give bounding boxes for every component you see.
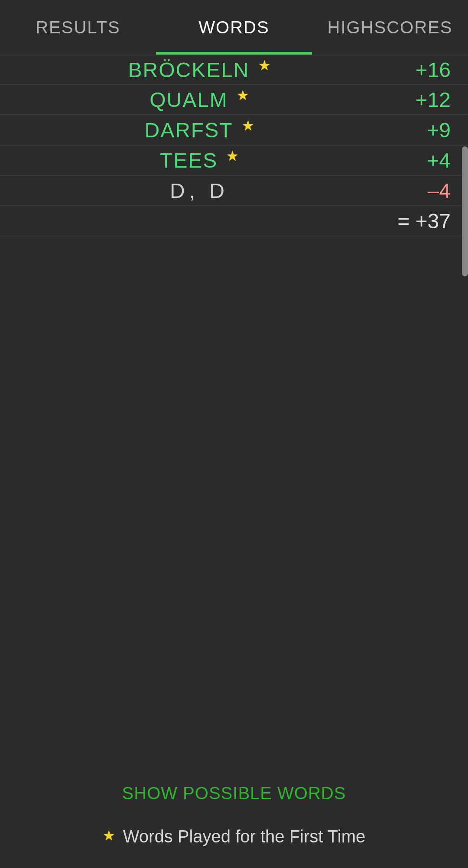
star-icon: ★	[103, 827, 115, 844]
legend: ★ Words Played for the First Time	[103, 827, 365, 846]
word-row[interactable]: DARFST ★ +9	[0, 115, 468, 146]
total-score: = +37	[397, 209, 451, 233]
word-score: +12	[399, 88, 451, 112]
legend-text: Words Played for the First Time	[123, 827, 365, 846]
show-possible-label: SHOW POSSIBLE WORDS	[122, 784, 346, 803]
word-list: BRÖCKELN ★ +16 QUALM ★ +12 DARFST ★ +9 T…	[0, 55, 468, 236]
tab-highscores[interactable]: HIGHSCORES	[312, 0, 468, 55]
word-row[interactable]: TEES ★ +4	[0, 146, 468, 176]
scrollbar-thumb[interactable]	[462, 146, 468, 276]
tab-results[interactable]: RESULTS	[0, 0, 156, 55]
word-row[interactable]: D, D –4	[0, 176, 468, 206]
star-icon: ★	[237, 87, 249, 104]
word-score: +16	[399, 58, 451, 82]
word-cell: BRÖCKELN ★	[0, 58, 399, 82]
tab-label: WORDS	[198, 18, 269, 37]
word-cell: QUALM ★	[0, 88, 399, 112]
total-row: = +37	[0, 206, 468, 236]
word-score: +4	[399, 149, 451, 172]
word-text: D, D	[170, 179, 229, 203]
tab-bar: RESULTS WORDS HIGHSCORES	[0, 0, 468, 55]
word-cell: D, D	[0, 179, 399, 203]
bottom-area: SHOW POSSIBLE WORDS ★ Words Played for t…	[0, 784, 468, 868]
tab-words[interactable]: WORDS	[156, 0, 312, 55]
word-cell: TEES ★	[0, 149, 399, 172]
tab-label: HIGHSCORES	[328, 18, 453, 37]
word-score: –4	[399, 179, 451, 203]
tab-label: RESULTS	[36, 18, 120, 37]
star-icon: ★	[226, 148, 239, 164]
word-text: BRÖCKELN	[128, 58, 249, 82]
word-text: DARFST	[145, 118, 233, 142]
word-text: TEES	[160, 149, 218, 172]
star-icon: ★	[242, 117, 254, 134]
star-icon: ★	[258, 57, 271, 74]
word-score: +9	[399, 118, 451, 142]
show-possible-button[interactable]: SHOW POSSIBLE WORDS	[122, 784, 346, 803]
word-row[interactable]: BRÖCKELN ★ +16	[0, 55, 468, 85]
word-row[interactable]: QUALM ★ +12	[0, 85, 468, 115]
word-text: QUALM	[150, 88, 228, 112]
word-cell: DARFST ★	[0, 118, 399, 142]
